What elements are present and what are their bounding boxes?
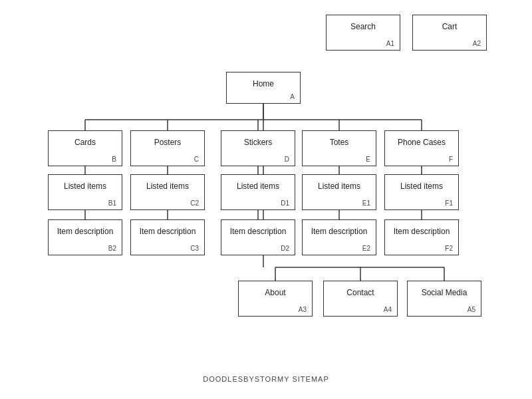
- desc-d-id: D2: [281, 245, 289, 252]
- stickers-label: Stickers: [227, 135, 289, 148]
- listed-e-id: E1: [362, 200, 370, 207]
- cards-id: B: [112, 156, 116, 163]
- social-media-label: Social Media: [413, 285, 475, 299]
- contact-node[interactable]: Contact A4: [323, 281, 398, 317]
- desc-c-node[interactable]: Item description C3: [130, 219, 205, 255]
- desc-d-node[interactable]: Item description D2: [221, 219, 295, 255]
- contact-id: A4: [384, 307, 392, 313]
- listed-e-label: Listed items: [308, 179, 370, 192]
- totes-id: E: [366, 156, 370, 163]
- phone-cases-label: Phone Cases: [390, 135, 453, 148]
- listed-d-node[interactable]: Listed items D1: [221, 174, 295, 210]
- posters-label: Posters: [136, 135, 199, 148]
- listed-b-node[interactable]: Listed items B1: [48, 174, 122, 210]
- phone-cases-id: F: [449, 156, 453, 163]
- cards-node[interactable]: Cards B: [48, 130, 122, 166]
- home-label: Home: [232, 76, 295, 90]
- about-node[interactable]: About A3: [238, 281, 313, 317]
- about-label: About: [244, 285, 307, 299]
- listed-f-label: Listed items: [390, 179, 453, 192]
- desc-f-id: F2: [445, 245, 453, 252]
- desc-e-label: Item description: [308, 224, 370, 237]
- desc-b-id: B2: [108, 245, 116, 252]
- social-media-node[interactable]: Social Media A5: [407, 281, 481, 317]
- desc-d-label: Item description: [227, 224, 289, 237]
- sitemap-container: Search A1 Cart A2 Home A Cards B Posters…: [0, 0, 532, 399]
- cart-node[interactable]: Cart A2: [412, 15, 487, 51]
- phone-cases-node[interactable]: Phone Cases F: [384, 130, 459, 166]
- about-id: A3: [299, 307, 307, 313]
- totes-label: Totes: [308, 135, 370, 148]
- listed-d-label: Listed items: [227, 179, 289, 192]
- totes-node[interactable]: Totes E: [302, 130, 376, 166]
- listed-c-id: C2: [190, 200, 199, 207]
- desc-c-id: C3: [190, 245, 199, 252]
- desc-f-label: Item description: [390, 224, 453, 237]
- cards-label: Cards: [54, 135, 116, 148]
- cart-id: A2: [473, 41, 481, 47]
- listed-c-label: Listed items: [136, 179, 199, 192]
- search-label: Search: [332, 19, 394, 33]
- listed-b-id: B1: [108, 200, 116, 207]
- listed-c-node[interactable]: Listed items C2: [130, 174, 205, 210]
- listed-d-id: D1: [281, 200, 289, 207]
- social-media-id: A5: [467, 307, 475, 313]
- stickers-node[interactable]: Stickers D: [221, 130, 295, 166]
- desc-e-node[interactable]: Item description E2: [302, 219, 376, 255]
- home-id: A: [290, 94, 295, 100]
- contact-label: Contact: [329, 285, 392, 299]
- posters-node[interactable]: Posters C: [130, 130, 205, 166]
- search-node[interactable]: Search A1: [326, 15, 400, 51]
- desc-b-node[interactable]: Item description B2: [48, 219, 122, 255]
- posters-id: C: [194, 156, 199, 163]
- cart-label: Cart: [418, 19, 481, 33]
- listed-f-id: F1: [445, 200, 453, 207]
- listed-b-label: Listed items: [54, 179, 116, 192]
- desc-e-id: E2: [362, 245, 370, 252]
- sitemap-footer-title: DOODLESBYSTORMY SITEMAP: [200, 375, 332, 383]
- stickers-id: D: [285, 156, 289, 163]
- listed-f-node[interactable]: Listed items F1: [384, 174, 459, 210]
- home-node[interactable]: Home A: [226, 72, 301, 104]
- desc-c-label: Item description: [136, 224, 199, 237]
- desc-b-label: Item description: [54, 224, 116, 237]
- search-id: A1: [386, 41, 394, 47]
- desc-f-node[interactable]: Item description F2: [384, 219, 459, 255]
- listed-e-node[interactable]: Listed items E1: [302, 174, 376, 210]
